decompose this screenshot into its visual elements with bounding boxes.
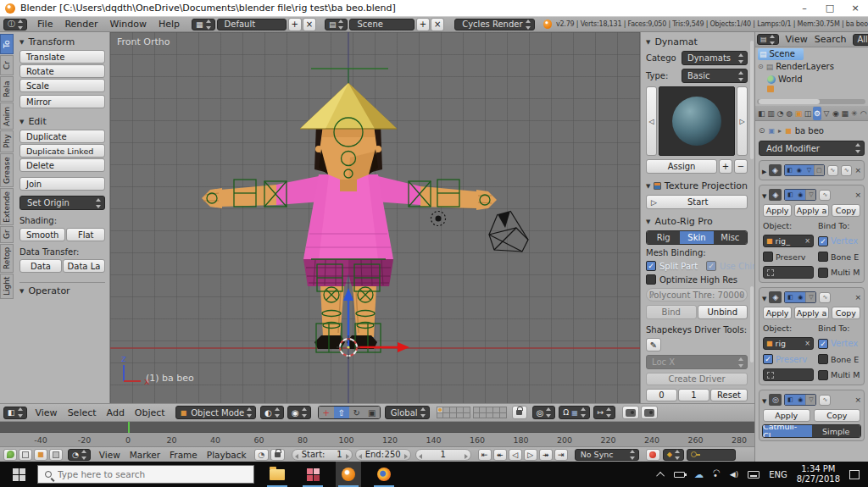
window-minimize-button[interactable]: – [792, 3, 817, 14]
object-field[interactable]: ■ rig × [763, 337, 814, 350]
multi-modifier-checkbox[interactable] [818, 370, 828, 380]
unbind-button[interactable]: Unbind [698, 305, 748, 319]
layer-cell[interactable] [493, 407, 499, 412]
toggle-cage-icon[interactable]: ▢ [814, 165, 823, 175]
tab-misc[interactable]: Misc [714, 231, 747, 244]
layer-cell[interactable] [500, 413, 506, 418]
toggle-render-icon[interactable]: ◧ [785, 165, 794, 175]
tab-grease[interactable]: Grease [0, 153, 14, 187]
outliner-row-renderlayers[interactable]: ⊙ ▤ RenderLayers [755, 60, 868, 73]
proportional-edit-select[interactable]: ◎ [532, 406, 556, 419]
collapse-icon[interactable] [762, 190, 766, 201]
layer-cell[interactable] [474, 413, 480, 418]
eyedropper-button[interactable]: ✎ [646, 338, 661, 351]
camera-object[interactable] [489, 211, 528, 252]
outliner-row-scene[interactable]: ▤Scene [755, 47, 868, 60]
language-indicator[interactable]: ENG [769, 470, 787, 479]
duplicate-button[interactable]: Duplicate [19, 130, 105, 143]
vertex-group-field[interactable] [763, 266, 814, 279]
timeline-menu-marker[interactable]: Marker [130, 450, 160, 460]
outliner-row-partial[interactable] [755, 86, 868, 92]
outliner-menu-view[interactable]: View [786, 34, 808, 45]
apply-as-shapekey-button[interactable]: Apply a [794, 307, 829, 319]
duplicate-linked-button[interactable]: Duplicate Linked [19, 144, 105, 158]
battery-icon[interactable] [674, 472, 685, 478]
use-chin-checkbox[interactable] [706, 261, 716, 271]
render-engine-select[interactable]: Cycles Render [454, 19, 534, 30]
jump-to-start-button[interactable]: ⇤ [478, 449, 492, 461]
prev-material-button[interactable]: ◁ [646, 86, 657, 156]
layer-cell[interactable] [450, 407, 456, 412]
scene-field[interactable]: Scene [349, 19, 414, 30]
tab-renderlayers-icon[interactable]: ▥ [766, 107, 776, 120]
translate-button[interactable]: Translate [19, 50, 105, 64]
tab-data-icon[interactable]: ▽ [821, 107, 831, 120]
search-input[interactable] [58, 469, 227, 479]
tab-render-icon[interactable]: ◧ [757, 107, 766, 120]
data-button[interactable]: Data [19, 259, 62, 273]
modifier-up-button[interactable]: ∿ [819, 292, 831, 303]
current-frame-field[interactable]: 1 [415, 449, 471, 461]
assign-button[interactable]: Assign [646, 159, 717, 174]
taskbar-search[interactable] [37, 465, 254, 484]
tab-physics-icon[interactable]: ◠ [859, 107, 868, 120]
join-button[interactable]: Join [19, 177, 105, 191]
category-select[interactable]: Dynamats [682, 51, 748, 65]
time-cursor-button[interactable]: ◔ [254, 449, 269, 461]
driver-reset-button[interactable]: Reset [710, 389, 748, 401]
n-panel-scrollbar-lower[interactable] [750, 286, 754, 362]
multi-modifier-checkbox[interactable] [818, 268, 828, 278]
panel-autorig-header[interactable]: Auto-Rig Pro [646, 216, 748, 227]
data-layout-button[interactable]: Data La [63, 259, 105, 273]
taskbar-firefox[interactable] [371, 462, 397, 487]
toggle-render-icon[interactable]: ◧ [785, 395, 795, 405]
tab-gr[interactable]: Gr [0, 226, 14, 243]
menu-render[interactable]: Render [64, 19, 97, 30]
layer-cell[interactable] [457, 413, 463, 418]
driver-channel-select[interactable]: Loc X [646, 355, 748, 369]
remove-material-button[interactable]: − [734, 159, 748, 174]
manipulator-axes-button[interactable]: + [319, 407, 334, 418]
outliner-scope-select[interactable]: All Sc [853, 34, 868, 46]
frame-start-field[interactable]: Start: 1 [292, 449, 353, 461]
editor-type-view3d-button[interactable]: ◧ [3, 407, 27, 419]
snap-select[interactable]: Ω ▦ [559, 406, 589, 419]
manipulator-scale-button[interactable]: ▣ [364, 407, 380, 418]
panel-edit-header[interactable]: Edit [19, 116, 105, 127]
next-material-button[interactable]: ▷ [737, 86, 748, 156]
toggle-edit-icon[interactable]: ▽ [804, 165, 814, 175]
toggle-edit-icon[interactable]: ▽ [805, 190, 815, 200]
layer-cell[interactable] [443, 407, 449, 412]
vertex-checkbox[interactable] [818, 236, 828, 246]
simple-tab[interactable]: Simple [812, 425, 861, 437]
n-panel-scrollbar[interactable] [750, 41, 754, 159]
preserve-checkbox[interactable] [763, 252, 773, 262]
tab-material-icon[interactable]: ◉ [831, 107, 840, 120]
manipulator-rotate-button[interactable]: ↻ [349, 407, 364, 418]
driver-zero-button[interactable]: 0 [646, 389, 677, 401]
view3d-menu-view[interactable]: View [36, 407, 58, 418]
timeline-track[interactable] [0, 422, 754, 433]
editor-small-button[interactable] [19, 449, 32, 461]
viewport-shading-select[interactable]: ◐ [260, 406, 284, 419]
vertex-checkbox[interactable] [818, 339, 828, 349]
timeline-ruler[interactable]: -40-200204060801001201401601802002202402… [0, 433, 754, 447]
view3d-menu-select[interactable]: Select [68, 407, 97, 418]
tab-animation[interactable]: Anim [0, 102, 14, 130]
copy-button[interactable]: Copy [832, 204, 860, 217]
next-keyframe-button[interactable]: ↠ [539, 449, 553, 461]
screen-layout-field[interactable]: Default [217, 19, 287, 30]
record-button[interactable] [646, 449, 660, 461]
layer-cell[interactable] [480, 413, 486, 418]
rotate-button[interactable]: Rotate [19, 64, 105, 78]
layer-cell[interactable] [437, 407, 443, 412]
toggle-view-icon[interactable]: ◉ [795, 292, 805, 302]
taskbar-clock[interactable]: 1:34 PM 8/27/2018 [797, 464, 840, 485]
start-projection-button[interactable]: ▷ Start [646, 195, 748, 209]
manipulator-translate-button[interactable]: ⇧ [334, 407, 349, 418]
layer-cell[interactable] [437, 413, 443, 418]
tab-constraints-icon[interactable]: ◫ [804, 107, 813, 120]
timeline-menu-frame[interactable]: Frame [170, 450, 198, 460]
modifier-visibility-toggles[interactable]: ◧ ◉ ▽ [784, 291, 816, 303]
delete-scene-button[interactable]: × [431, 18, 444, 31]
